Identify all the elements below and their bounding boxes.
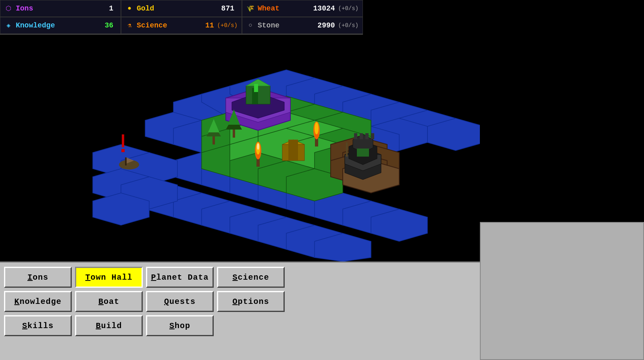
button-row-3: Skills Build Shop xyxy=(4,315,476,336)
hud-gold: ● Gold 871 xyxy=(121,0,242,17)
svg-point-88 xyxy=(315,122,319,134)
ions-icon: ⬡ xyxy=(4,4,13,13)
wheat-value: 13024 xyxy=(313,4,335,13)
science-rate: (+0/s) xyxy=(217,22,238,29)
science-button[interactable]: Science xyxy=(217,267,285,288)
game-viewport xyxy=(0,36,480,262)
hud-knowledge: ◈ Knowledge 36 xyxy=(0,17,121,34)
knowledge-label: Knowledge xyxy=(16,21,60,29)
options-button[interactable]: Options xyxy=(217,291,285,312)
hud-ions: ⬡ Ions 1 xyxy=(0,0,121,17)
wheat-label: Wheat xyxy=(258,4,302,13)
svg-rect-68 xyxy=(354,133,357,139)
wheat-rate: (+0/s) xyxy=(338,5,358,12)
knowledge-button[interactable]: Knowledge xyxy=(4,291,72,312)
knowledge-value: 36 xyxy=(104,21,113,29)
gold-label: Gold xyxy=(137,4,181,13)
stone-value: 2990 xyxy=(317,21,335,29)
bottom-panel: Ions Town Hall Planet Data Science Knowl… xyxy=(0,262,480,360)
button-row-1: Ions Town Hall Planet Data Science xyxy=(4,267,476,288)
stone-label: Stone xyxy=(258,21,302,29)
build-button[interactable]: Build xyxy=(75,315,143,336)
science-icon: ⚗ xyxy=(125,21,133,29)
hud-science: ⚗ Science 11 (+0/s) xyxy=(121,17,242,34)
ions-value: 1 xyxy=(109,4,113,13)
svg-rect-70 xyxy=(365,133,369,139)
shop-button[interactable]: Shop xyxy=(146,315,214,336)
svg-rect-93 xyxy=(121,149,125,152)
button-row-2: Knowledge Boat Quests Options xyxy=(4,291,476,312)
quests-button[interactable]: Quests xyxy=(146,291,214,312)
gold-value: 871 xyxy=(221,4,234,13)
hud-wheat: 🌾 Wheat 13024 (+0/s) xyxy=(242,0,363,17)
boat-button[interactable]: Boat xyxy=(75,291,143,312)
svg-rect-71 xyxy=(371,133,374,139)
ions-label: Ions xyxy=(16,4,60,13)
svg-rect-69 xyxy=(360,133,363,139)
science-label: Science xyxy=(137,21,181,29)
svg-rect-72 xyxy=(357,149,369,157)
wheat-icon: 🌾 xyxy=(246,4,254,13)
svg-rect-63 xyxy=(254,84,258,92)
right-side-panel xyxy=(480,222,644,360)
svg-rect-92 xyxy=(122,134,124,147)
svg-rect-94 xyxy=(346,142,348,157)
skills-button[interactable]: Skills xyxy=(4,315,72,336)
svg-point-85 xyxy=(257,143,259,150)
hud-stone: ○ Stone 2990 (+0/s) xyxy=(242,17,363,34)
gold-icon: ● xyxy=(125,4,133,13)
hud-panel: ⬡ Ions 1 ● Gold 871 🌾 Wheat 13024 (+0/s)… xyxy=(0,0,363,35)
planet-data-button[interactable]: Planet Data xyxy=(146,267,214,288)
stone-icon: ○ xyxy=(246,21,254,29)
svg-rect-75 xyxy=(288,140,298,161)
stone-rate: (+0/s) xyxy=(338,22,358,29)
ions-button[interactable]: Ions xyxy=(4,267,72,288)
svg-rect-90 xyxy=(125,157,127,165)
town-hall-button[interactable]: Town Hall xyxy=(75,267,143,288)
knowledge-icon: ◈ xyxy=(4,21,13,29)
science-value: 11 xyxy=(205,21,214,29)
